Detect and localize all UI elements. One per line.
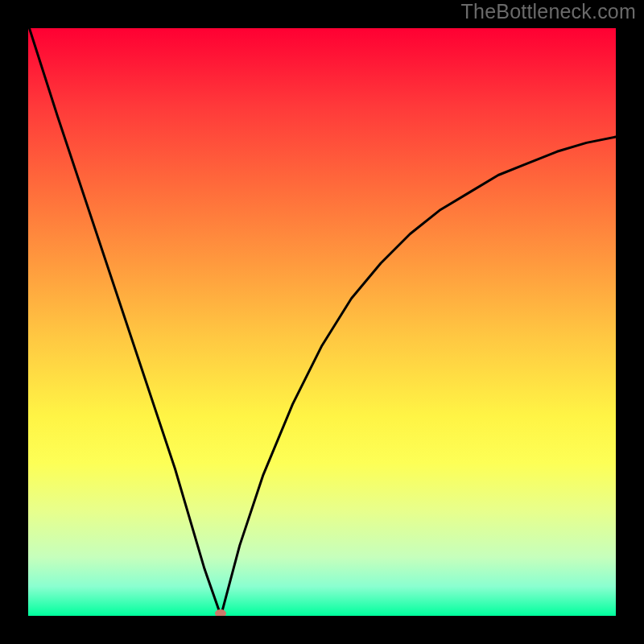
curve-path xyxy=(29,28,616,616)
chart-frame: TheBottleneck.com xyxy=(0,0,644,644)
bottleneck-curve xyxy=(28,28,616,616)
watermark-text: TheBottleneck.com xyxy=(461,0,636,23)
plot-area xyxy=(28,28,616,616)
minimum-marker xyxy=(215,609,226,616)
